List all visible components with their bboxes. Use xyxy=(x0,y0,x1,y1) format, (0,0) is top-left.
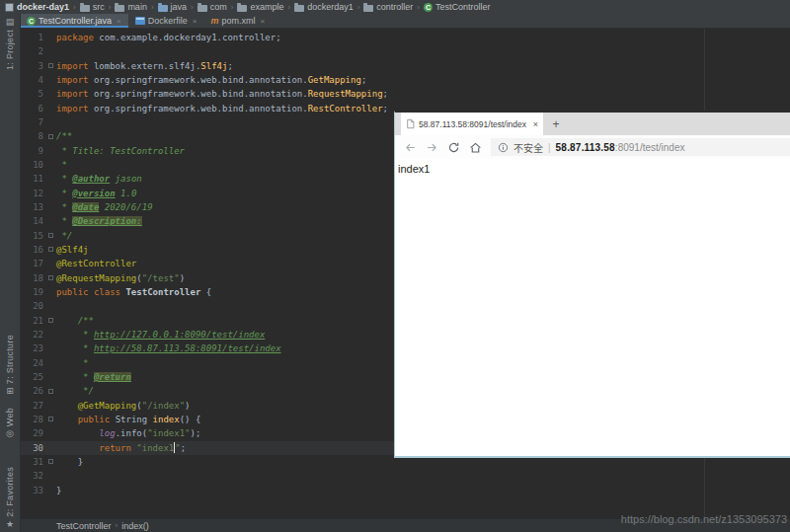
line-number[interactable]: 33 xyxy=(20,486,47,495)
fold-marker-icon[interactable] xyxy=(48,247,53,252)
line-number[interactable]: 30 xyxy=(20,443,47,453)
folder-icon xyxy=(198,5,207,12)
fold-column xyxy=(47,115,56,129)
editor-tab-testcontroller.java[interactable]: CTestController.java× xyxy=(20,14,128,28)
browser-toolbar: 不安全 | 58.87.113.58:8091/test/index xyxy=(395,135,790,159)
fold-column xyxy=(47,285,56,299)
breadcrumb-item-com[interactable]: com xyxy=(198,2,227,12)
fold-marker-icon[interactable] xyxy=(48,275,53,280)
fold-marker-icon[interactable] xyxy=(48,318,53,323)
address-bar[interactable]: 不安全 | 58.87.113.58:8091/test/index xyxy=(491,138,790,156)
line-number[interactable]: 27 xyxy=(20,401,47,411)
refresh-icon[interactable] xyxy=(447,141,460,154)
fold-marker-icon[interactable] xyxy=(48,389,53,394)
status-breadcrumb-item[interactable]: TestController xyxy=(56,521,112,531)
line-number[interactable]: 9 xyxy=(20,146,47,156)
sidebar-item-favorites[interactable]: 2: Favorites ★ xyxy=(0,467,20,529)
breadcrumb-item-controller[interactable]: controller xyxy=(363,2,413,12)
sidebar-item-project[interactable]: ▤ 1: Project xyxy=(0,18,20,70)
status-breadcrumb-item[interactable]: index() xyxy=(121,521,149,531)
editor-tab-dockerfile[interactable]: Dockerfile× xyxy=(128,14,204,28)
line-number[interactable]: 24 xyxy=(20,358,47,368)
code-line-4[interactable]: 4import org.springframework.web.bind.ann… xyxy=(20,73,790,87)
code-line-32[interactable]: 32 xyxy=(20,469,790,483)
fold-column xyxy=(47,144,56,158)
code-text: * Title: TestController xyxy=(56,144,185,158)
line-number[interactable]: 23 xyxy=(20,343,47,353)
line-number[interactable]: 3 xyxy=(20,61,47,71)
fold-column xyxy=(47,44,56,58)
line-number[interactable]: 26 xyxy=(20,386,47,396)
line-number[interactable]: 31 xyxy=(20,457,47,467)
globe-icon: ◎ xyxy=(6,429,14,438)
line-number[interactable]: 25 xyxy=(20,372,47,382)
new-tab-button[interactable]: + xyxy=(543,113,569,135)
line-number[interactable]: 15 xyxy=(20,231,47,241)
line-number[interactable]: 18 xyxy=(20,273,47,283)
forward-icon[interactable] xyxy=(426,141,438,154)
line-number[interactable]: 12 xyxy=(20,189,47,198)
line-number[interactable]: 22 xyxy=(20,330,47,340)
fold-column xyxy=(47,87,56,101)
breadcrumb-item-testcontroller[interactable]: CTestController xyxy=(424,2,491,12)
line-number[interactable]: 21 xyxy=(20,316,47,326)
close-icon[interactable]: × xyxy=(260,17,265,26)
project-tool-icon: ▤ xyxy=(6,18,15,27)
line-number[interactable]: 5 xyxy=(20,89,47,99)
browser-tab[interactable]: 58.87.113.58:8091/test/index × xyxy=(401,113,543,135)
line-number[interactable]: 32 xyxy=(20,471,47,481)
line-number[interactable]: 14 xyxy=(20,216,47,226)
fold-marker-icon[interactable] xyxy=(48,63,53,68)
fold-marker-icon[interactable] xyxy=(48,459,53,464)
line-number[interactable]: 6 xyxy=(20,104,47,114)
breadcrumb-item-example[interactable]: example xyxy=(237,2,283,12)
code-text: @RestController xyxy=(56,257,136,270)
fold-marker-icon[interactable] xyxy=(48,233,53,238)
docker-icon xyxy=(135,17,145,25)
code-line-33[interactable]: 33} xyxy=(20,484,790,497)
line-number[interactable]: 7 xyxy=(20,117,47,127)
class-icon: C xyxy=(424,3,433,12)
breadcrumb-item-src[interactable]: src xyxy=(80,2,105,12)
breadcrumb-separator: › xyxy=(116,521,118,530)
code-line-2[interactable]: 2 xyxy=(20,44,790,58)
close-icon[interactable]: × xyxy=(117,17,121,26)
line-number[interactable]: 16 xyxy=(20,245,47,255)
address-separator: | xyxy=(548,142,551,153)
breadcrumb-item-dockerday1[interactable]: dockerday1 xyxy=(294,2,354,12)
editor-tab-pom.xml[interactable]: mpom.xml× xyxy=(203,14,272,28)
tab-close-icon[interactable]: × xyxy=(533,119,538,129)
line-number[interactable]: 13 xyxy=(20,202,47,212)
line-number[interactable]: 20 xyxy=(20,301,47,311)
breadcrumb-separator: › xyxy=(151,3,154,12)
line-number[interactable]: 29 xyxy=(20,428,47,438)
line-number[interactable]: 17 xyxy=(20,259,47,268)
breadcrumb-item-main[interactable]: main xyxy=(115,2,147,12)
folder-icon xyxy=(294,5,304,12)
close-icon[interactable]: × xyxy=(193,17,198,26)
fold-marker-icon[interactable] xyxy=(48,417,53,421)
sidebar-item-structure[interactable]: 7: Structure ⊞ xyxy=(0,335,20,396)
line-number[interactable]: 4 xyxy=(20,75,47,85)
line-number[interactable]: 10 xyxy=(20,160,47,170)
line-number[interactable]: 8 xyxy=(20,131,47,141)
info-icon[interactable] xyxy=(498,142,509,153)
home-icon[interactable] xyxy=(469,141,482,154)
url-host: 58.87.113.58 xyxy=(556,142,615,153)
breadcrumb-label: controller xyxy=(376,2,413,12)
line-number[interactable]: 2 xyxy=(20,46,47,56)
code-line-5[interactable]: 5import org.springframework.web.bind.ann… xyxy=(20,87,790,101)
line-number[interactable]: 1 xyxy=(20,33,47,42)
fold-marker-icon[interactable] xyxy=(48,134,53,139)
line-number[interactable]: 11 xyxy=(20,174,47,184)
sidebar-item-web[interactable]: Web ◎ xyxy=(0,408,20,438)
back-icon[interactable] xyxy=(404,141,417,154)
breadcrumb-label: dockerday1 xyxy=(307,2,354,12)
line-number[interactable]: 19 xyxy=(20,287,47,297)
line-number[interactable]: 28 xyxy=(20,415,47,424)
code-line-1[interactable]: 1package com.example.dockerday1.controll… xyxy=(20,31,790,44)
breadcrumb-label: docker-day1 xyxy=(17,2,69,12)
breadcrumb-item-java[interactable]: java xyxy=(158,2,188,12)
breadcrumb-item-docker-day1[interactable]: docker-day1 xyxy=(5,2,69,12)
code-line-3[interactable]: 3import lombok.extern.slf4j.Slf4j; xyxy=(20,59,790,73)
